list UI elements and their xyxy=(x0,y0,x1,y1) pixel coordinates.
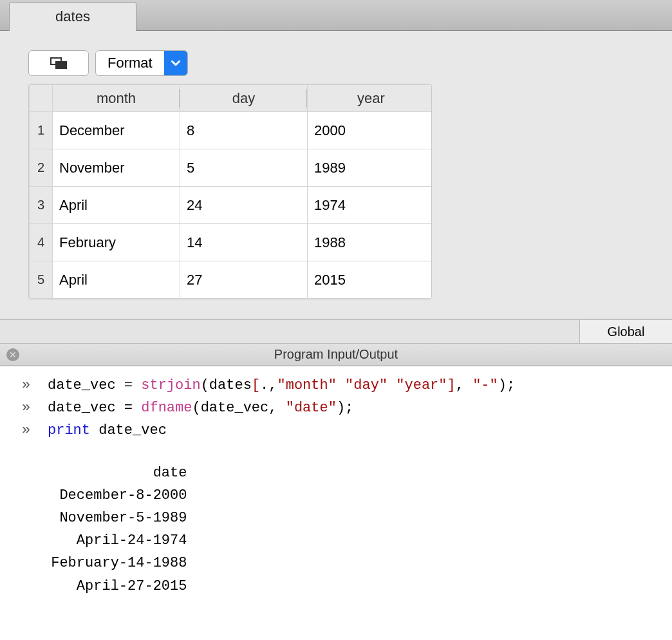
col-label: day xyxy=(232,90,255,106)
table-row[interactable]: 2November51989 xyxy=(30,149,433,187)
scope-label: Global xyxy=(608,325,645,339)
cell-month[interactable]: April xyxy=(53,187,180,224)
prompt-symbol: » xyxy=(22,397,48,419)
format-dropdown[interactable]: Format xyxy=(95,50,188,76)
output-row: February-14-1988 xyxy=(0,552,672,574)
popout-icon xyxy=(50,57,67,69)
cell-month[interactable]: December xyxy=(53,112,180,149)
scope-bar: Global xyxy=(0,319,672,344)
col-header-year[interactable]: year xyxy=(308,85,433,112)
output-block: date December-8-2000 November-5-1989 Apr… xyxy=(0,462,672,598)
header-row: month day year xyxy=(30,85,433,112)
chevron-down-icon xyxy=(164,51,187,75)
cell-month[interactable]: April xyxy=(53,261,180,299)
col-label: year xyxy=(357,90,385,106)
prompt-symbol: » xyxy=(22,419,48,442)
output-row: December-8-2000 xyxy=(0,484,672,507)
data-viewer-panel: Format month day year 1December xyxy=(0,31,672,319)
scope-dropdown[interactable]: Global xyxy=(579,320,672,343)
col-label: month xyxy=(97,90,136,106)
cell-day[interactable]: 5 xyxy=(180,149,308,187)
cell-day[interactable]: 14 xyxy=(180,224,308,261)
col-header-day[interactable]: day xyxy=(180,85,308,112)
cell-month[interactable]: February xyxy=(53,224,180,261)
output-row: November-5-1989 xyxy=(0,507,672,529)
format-label: Format xyxy=(96,51,164,75)
close-icon[interactable]: ✕ xyxy=(6,348,19,361)
console-panel[interactable]: »date_vec = strjoin(dates[.,"month" "day… xyxy=(0,366,672,640)
popout-window-button[interactable] xyxy=(28,50,89,76)
cell-day[interactable]: 24 xyxy=(180,187,308,224)
table-row[interactable]: 1December82000 xyxy=(30,112,433,149)
output-header: date xyxy=(0,462,672,484)
row-header[interactable]: 5 xyxy=(30,261,53,299)
code-line: »date_vec = dfname(date_vec, "date"); xyxy=(0,397,672,419)
io-header: ✕ Program Input/Output xyxy=(0,344,672,366)
corner-cell[interactable] xyxy=(30,85,53,112)
table-row[interactable]: 5April272015 xyxy=(30,261,433,299)
data-grid[interactable]: month day year 1December820002November51… xyxy=(28,84,432,299)
row-header[interactable]: 1 xyxy=(30,112,53,149)
row-header[interactable]: 2 xyxy=(30,149,53,187)
row-header[interactable]: 3 xyxy=(30,187,53,224)
code-text: date_vec = dfname(date_vec, "date"); xyxy=(48,397,353,419)
output-row: April-24-1974 xyxy=(0,529,672,552)
tab-dates[interactable]: dates xyxy=(9,2,136,31)
prompt-symbol: » xyxy=(22,374,48,397)
cell-day[interactable]: 27 xyxy=(180,261,308,299)
cell-year[interactable]: 2000 xyxy=(308,112,433,149)
col-header-month[interactable]: month xyxy=(53,85,180,112)
code-text: date_vec = strjoin(dates[.,"month" "day"… xyxy=(48,374,515,397)
table-row[interactable]: 4February141988 xyxy=(30,224,433,261)
cell-year[interactable]: 1988 xyxy=(308,224,433,261)
cell-year[interactable]: 1974 xyxy=(308,187,433,224)
row-header[interactable]: 4 xyxy=(30,224,53,261)
code-line: »date_vec = strjoin(dates[.,"month" "day… xyxy=(0,374,672,397)
tab-bar: dates xyxy=(0,0,672,31)
table-row[interactable]: 3April241974 xyxy=(30,187,433,224)
io-title: Program Input/Output xyxy=(0,347,672,362)
cell-year[interactable]: 1989 xyxy=(308,149,433,187)
cell-day[interactable]: 8 xyxy=(180,112,308,149)
tab-label: dates xyxy=(55,8,90,25)
code-text: print date_vec xyxy=(48,419,167,442)
cell-month[interactable]: November xyxy=(53,149,180,187)
code-line: »print date_vec xyxy=(0,419,672,442)
cell-year[interactable]: 2015 xyxy=(308,261,433,299)
output-row: April-27-2015 xyxy=(0,575,672,598)
viewer-toolbar: Format xyxy=(28,50,653,76)
